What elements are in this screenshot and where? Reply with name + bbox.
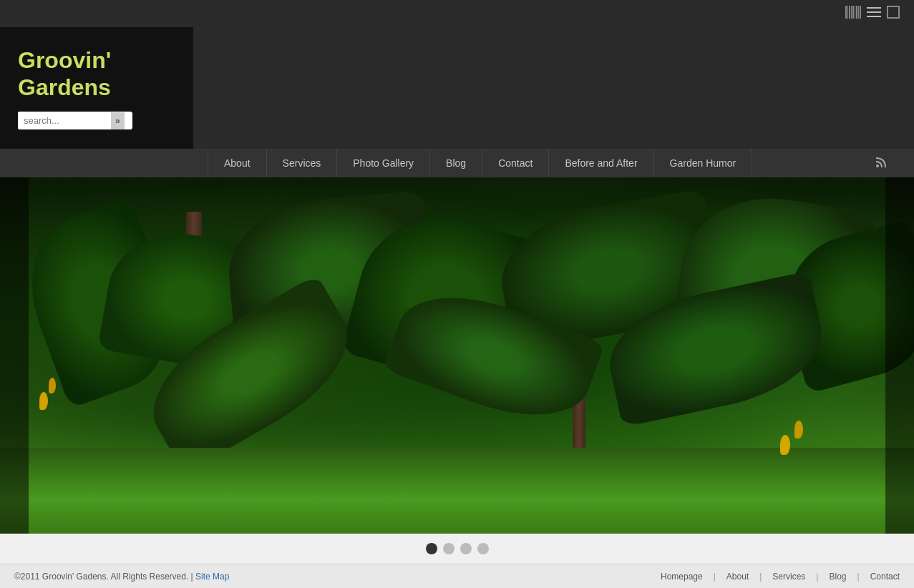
nav-item-about[interactable]: About: [208, 149, 267, 177]
site-title: Groovin' Gardens: [18, 46, 179, 102]
logo-panel: Groovin' Gardens »: [0, 27, 193, 149]
slide-dot-1[interactable]: [426, 543, 437, 554]
left-vignette: [0, 177, 29, 534]
header-banner: [193, 27, 914, 149]
right-vignette: [885, 177, 914, 534]
yellow-flower-2: [49, 378, 56, 393]
search-bar[interactable]: »: [18, 112, 132, 129]
nav-item-blog[interactable]: Blog: [430, 149, 482, 177]
slide-dot-2[interactable]: [443, 543, 454, 554]
yellow-flower-3: [780, 435, 790, 455]
footer: ©2011 Groovin' Gadens. All Rights Reserv…: [0, 564, 914, 588]
square-icon[interactable]: [887, 6, 900, 21]
footer-nav-contact[interactable]: Contact: [870, 572, 900, 582]
footer-nav: Homepage | About | Services | Blog | Con…: [661, 572, 900, 582]
rss-icon[interactable]: [864, 155, 900, 172]
svg-point-13: [876, 165, 879, 167]
search-button[interactable]: »: [111, 112, 125, 129]
svg-rect-3: [851, 6, 852, 19]
svg-rect-7: [858, 6, 859, 19]
footer-copyright: ©2011 Groovin' Gadens. All Rights Reserv…: [14, 572, 229, 582]
nav-menu: About Services Photo Gallery Blog Contac…: [208, 149, 752, 177]
svg-rect-0: [845, 6, 847, 19]
svg-rect-9: [867, 7, 881, 9]
svg-rect-2: [849, 6, 850, 19]
svg-rect-6: [856, 6, 857, 19]
navigation: About Services Photo Gallery Blog Contac…: [0, 149, 914, 177]
footer-nav-homepage[interactable]: Homepage: [661, 572, 703, 582]
svg-rect-11: [867, 16, 881, 17]
svg-rect-4: [852, 6, 854, 19]
garden-photo: [0, 177, 914, 534]
grass: [0, 448, 914, 534]
svg-rect-12: [888, 6, 899, 18]
yellow-flower-4: [794, 421, 803, 438]
search-input[interactable]: [18, 112, 111, 129]
nav-item-services[interactable]: Services: [267, 149, 338, 177]
slideshow-controls: [0, 534, 914, 564]
svg-rect-10: [867, 11, 881, 13]
list-icon[interactable]: [867, 6, 881, 21]
footer-nav-about[interactable]: About: [726, 572, 749, 582]
svg-rect-1: [847, 6, 848, 19]
nav-item-contact[interactable]: Contact: [482, 149, 549, 177]
barcode-icon[interactable]: [845, 6, 861, 21]
header-area: Groovin' Gardens »: [0, 27, 914, 149]
yellow-flower: [39, 392, 48, 410]
top-bar: [0, 0, 914, 27]
footer-sitemap[interactable]: Site Map: [195, 572, 229, 582]
nav-item-photo-gallery[interactable]: Photo Gallery: [337, 149, 430, 177]
footer-nav-services[interactable]: Services: [772, 572, 805, 582]
slide-dot-4[interactable]: [477, 543, 489, 554]
svg-rect-5: [855, 6, 855, 19]
footer-nav-blog[interactable]: Blog: [829, 572, 846, 582]
slide-dot-3[interactable]: [460, 543, 472, 554]
hero-image: [0, 177, 914, 534]
svg-rect-8: [860, 6, 861, 19]
nav-item-before-after[interactable]: Before and After: [549, 149, 653, 177]
nav-item-garden-humor[interactable]: Garden Humor: [654, 149, 753, 177]
